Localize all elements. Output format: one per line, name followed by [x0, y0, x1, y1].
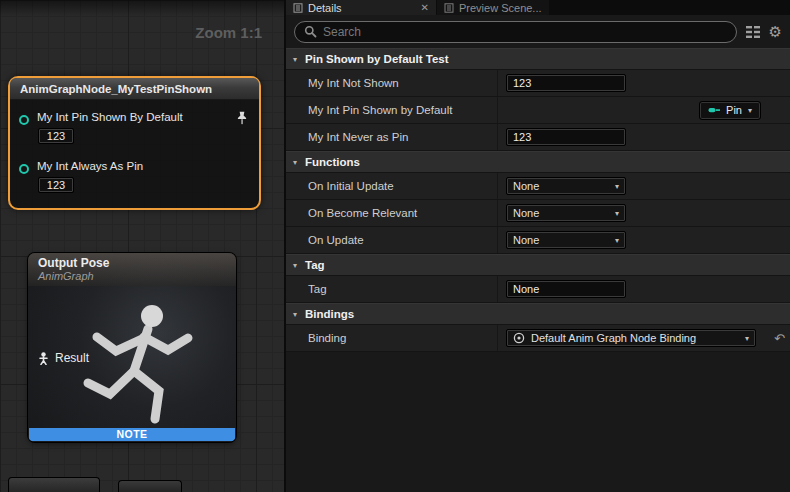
tab-label: Details	[308, 2, 342, 14]
details-toolbar: ⚙	[286, 15, 790, 48]
property-label: My Int Not Shown	[286, 70, 498, 96]
property-row-binding: Binding Default Anim Graph Node Binding …	[286, 325, 790, 352]
property-row-on-update: On Update None ▾	[286, 227, 790, 254]
binding-dropdown[interactable]: Default Anim Graph Node Binding ▾	[506, 329, 756, 347]
section-header-tag[interactable]: ▾ Tag	[286, 254, 790, 276]
property-label: On Initial Update	[286, 173, 498, 199]
property-row-on-become-relevant: On Become Relevant None ▾	[286, 200, 790, 227]
graph-node-output-pose[interactable]: Output Pose AnimGraph Result	[28, 253, 236, 442]
gear-icon[interactable]: ⚙	[769, 24, 782, 39]
details-tab-icon	[293, 3, 303, 13]
chevron-down-icon: ▾	[615, 209, 619, 218]
chevron-down-icon: ▾	[293, 310, 297, 319]
tab-preview-scene[interactable]: Preview Scene...	[437, 0, 549, 15]
panel-tabbar: Details ✕ Preview Scene...	[286, 0, 790, 15]
int-pin-icon[interactable]	[18, 163, 30, 175]
node-header[interactable]: Output Pose AnimGraph	[28, 253, 236, 286]
property-label: On Update	[286, 227, 498, 253]
close-icon[interactable]: ✕	[421, 3, 429, 13]
node-title[interactable]: AnimGraphNode_MyTestPinShown	[10, 78, 259, 100]
pin-value-input[interactable]: 123	[38, 177, 74, 193]
chevron-down-icon: ▾	[615, 182, 619, 191]
view-options-icon[interactable]	[746, 26, 760, 38]
function-dropdown[interactable]: None ▾	[506, 177, 626, 195]
binding-icon	[513, 332, 525, 344]
reset-to-default-icon[interactable]: ↶	[774, 332, 785, 345]
property-row-on-initial-update: On Initial Update None ▾	[286, 173, 790, 200]
node-title: Output Pose	[38, 256, 226, 270]
tab-label: Preview Scene...	[459, 2, 542, 14]
graph-top-shade	[0, 0, 284, 16]
property-label: Tag	[286, 276, 498, 302]
anim-graph-canvas[interactable]: Zoom 1:1 AnimGraphNode_MyTestPinShown My…	[0, 0, 284, 492]
chevron-down-icon: ▾	[745, 334, 749, 343]
chevron-down-icon: ▾	[293, 55, 297, 64]
pin-label: My Int Always As Pin	[37, 160, 143, 172]
pin-visibility-thumbtack-icon[interactable]	[236, 111, 248, 125]
chevron-down-icon: ▾	[293, 158, 297, 167]
pin-toggle-button[interactable]: Pin ▾	[699, 101, 761, 120]
pin-value-input[interactable]: 123	[38, 128, 74, 144]
tag-input[interactable]: None	[506, 280, 626, 298]
int-value-input[interactable]: 123	[506, 128, 626, 146]
section-header-pin-shown-by-default-test[interactable]: ▾ Pin Shown by Default Test	[286, 48, 790, 70]
chevron-down-icon: ▾	[748, 106, 752, 115]
property-label: My Int Never as Pin	[286, 124, 498, 150]
node-subtitle: AnimGraph	[38, 270, 226, 282]
int-pin-icon[interactable]	[18, 114, 30, 126]
property-label: On Become Relevant	[286, 200, 498, 226]
unreal-editor-window: Zoom 1:1 AnimGraphNode_MyTestPinShown My…	[0, 0, 790, 492]
distant-graph-node[interactable]	[8, 477, 100, 492]
graph-node-test-pin-shown[interactable]: AnimGraphNode_MyTestPinShown My Int Pin …	[8, 76, 261, 210]
preview-scene-tab-icon	[444, 3, 454, 13]
chevron-down-icon: ▾	[615, 236, 619, 245]
property-label: Binding	[286, 325, 498, 351]
distant-graph-node[interactable]	[118, 480, 182, 492]
note-banner[interactable]: NOTE	[29, 428, 235, 441]
tab-details[interactable]: Details ✕	[286, 0, 436, 15]
pose-person-icon	[38, 352, 49, 365]
function-dropdown[interactable]: None ▾	[506, 204, 626, 222]
search-box[interactable]	[294, 21, 737, 43]
search-input[interactable]	[323, 25, 727, 39]
property-row-my-int-pin-shown-by-default: My Int Pin Shown by Default Pin ▾	[286, 97, 790, 124]
section-header-bindings[interactable]: ▾ Bindings	[286, 303, 790, 325]
pin-label: My Int Pin Shown By Default	[37, 111, 183, 123]
search-icon	[304, 25, 317, 38]
property-row-tag: Tag None	[286, 276, 790, 303]
section-header-functions[interactable]: ▾ Functions	[286, 151, 790, 173]
details-panel: Details ✕ Preview Scene...	[284, 0, 790, 492]
result-pin-label: Result	[55, 351, 89, 365]
int-value-input[interactable]: 123	[506, 74, 626, 92]
pin-icon	[708, 105, 720, 115]
property-row-my-int-not-shown: My Int Not Shown 123	[286, 70, 790, 97]
property-label: My Int Pin Shown by Default	[286, 97, 498, 123]
function-dropdown[interactable]: None ▾	[506, 231, 626, 249]
property-row-my-int-never-as-pin: My Int Never as Pin 123	[286, 124, 790, 151]
zoom-indicator: Zoom 1:1	[195, 24, 262, 41]
result-pin[interactable]: Result	[38, 351, 89, 365]
chevron-down-icon: ▾	[293, 261, 297, 270]
